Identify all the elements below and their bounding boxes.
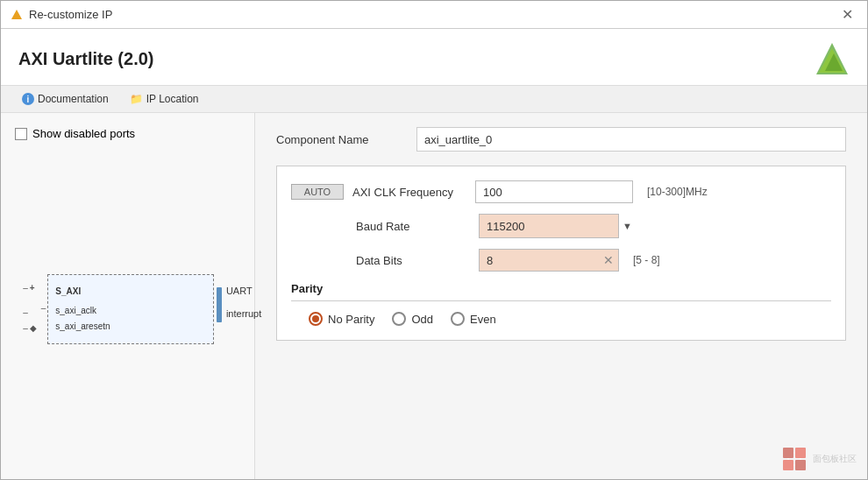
show-ports-checkbox[interactable] — [15, 128, 27, 140]
baud-rate-label: Baud Rate — [356, 220, 470, 233]
component-diagram: S_AXI s_axi_aclk s_axi_aresetn UART inte… — [47, 274, 214, 344]
ip-location-button[interactable]: 📁 IP Location — [126, 91, 203, 107]
watermark-logo — [781, 446, 808, 472]
svg-rect-5 — [795, 448, 806, 458]
s-axi-aclk-label: s_axi_aclk — [55, 303, 206, 319]
parity-radio-group: No Parity Odd Even — [291, 312, 831, 326]
app-icon — [10, 8, 24, 22]
radio-even-label: Even — [470, 313, 496, 326]
data-bits-input[interactable] — [479, 249, 619, 272]
radio-odd-outer[interactable] — [392, 312, 406, 326]
svg-marker-0 — [11, 10, 22, 19]
radio-odd-label: Odd — [411, 313, 433, 326]
baud-rate-dropdown-arrow[interactable]: ▼ — [623, 221, 632, 231]
vivado-logo — [815, 41, 850, 76]
close-button[interactable]: ✕ — [836, 6, 858, 24]
watermark: 面包板社区 — [781, 446, 857, 472]
svg-rect-6 — [783, 460, 793, 470]
left-connector-1: – — [41, 303, 46, 313]
auto-button[interactable]: AUTO — [291, 184, 344, 200]
show-ports-label: Show disabled ports — [32, 127, 135, 140]
right-bar — [217, 287, 222, 322]
radio-even-outer[interactable] — [451, 312, 465, 326]
info-icon: i — [22, 93, 34, 105]
svg-rect-4 — [783, 448, 793, 458]
folder-icon: 📁 — [130, 93, 143, 105]
radio-odd[interactable]: Odd — [392, 312, 433, 326]
radio-no-parity-inner — [312, 315, 319, 322]
data-bits-clear-icon[interactable]: ✕ — [603, 253, 614, 267]
radio-no-parity-outer[interactable] — [309, 312, 323, 326]
axi-clk-input[interactable] — [475, 180, 633, 203]
component-name-label: Component Name — [276, 133, 416, 146]
radio-no-parity-label: No Parity — [328, 313, 374, 326]
aclk-connector: – — [23, 307, 37, 317]
svg-rect-7 — [795, 460, 806, 470]
data-bits-range: [5 - 8] — [633, 254, 660, 266]
window-title: Re-customize IP — [29, 8, 112, 21]
axi-clk-label: AXI CLK Frequency — [352, 186, 466, 199]
parity-title: Parity — [291, 282, 831, 301]
baud-rate-input[interactable] — [479, 214, 619, 238]
axi-clk-range: [10-300]MHz — [647, 186, 708, 198]
documentation-button[interactable]: i Documentation — [18, 91, 112, 107]
radio-even[interactable]: Even — [451, 312, 496, 326]
s-axi-aresetn-label: s_axi_aresetn — [55, 319, 206, 335]
s-axi-port-label: S_AXI — [55, 284, 206, 300]
watermark-text: 面包板社区 — [813, 453, 857, 465]
s-axi-connector: – + — [23, 283, 37, 293]
radio-no-parity[interactable]: No Parity — [309, 312, 374, 326]
aresetn-connector: – ◆ — [23, 323, 37, 333]
component-name-input[interactable] — [416, 127, 846, 152]
data-bits-label: Data Bits — [356, 254, 470, 267]
page-title: AXI Uartlite (2.0) — [18, 49, 153, 69]
